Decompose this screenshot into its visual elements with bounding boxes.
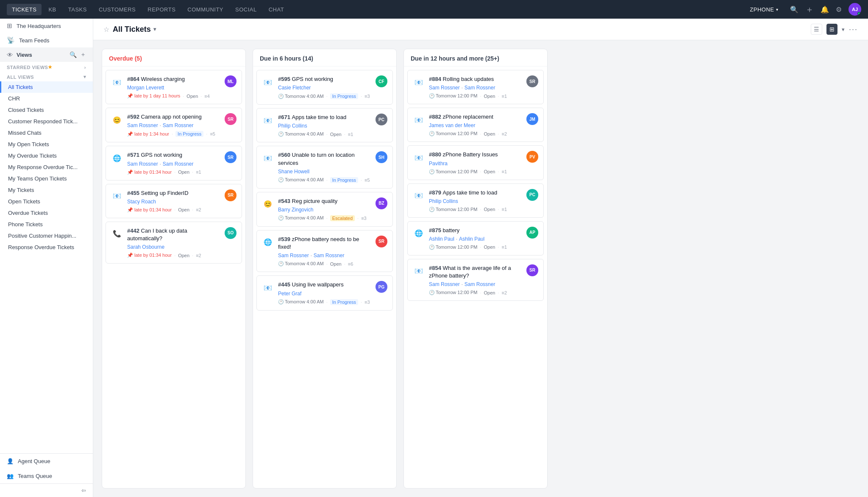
zphone-selector[interactable]: zPhone ▾ xyxy=(745,4,783,15)
column-title-overdue: Overdue (5) xyxy=(109,55,239,62)
nav-item-tasks[interactable]: TASKS xyxy=(63,4,92,15)
ticket-card[interactable]: 📞 #442 Can I back up data automatically?… xyxy=(106,222,242,264)
favorite-star-icon[interactable]: ☆ xyxy=(103,25,109,33)
sidebar-collapse-button[interactable]: ⇦ xyxy=(0,483,93,497)
ticket-info: #879 Apps take time to load Philip Colli… xyxy=(429,189,507,212)
ticket-assignee[interactable]: Sam Rossner xyxy=(429,85,460,91)
ticket-assignee[interactable]: Casie Fletcher xyxy=(278,85,311,91)
search-icon[interactable]: 🔍 xyxy=(790,6,798,14)
ticket-card[interactable]: 😊 #592 Camera app not opening Sam Rossne… xyxy=(106,108,242,142)
column-cards-overdue: 📧 #864 Wireless charging Morgan Leverett… xyxy=(102,67,245,488)
nav-item-customers[interactable]: CUSTOMERS xyxy=(94,4,141,15)
ticket-card[interactable]: 📧 #854 What is the average life of a zPh… xyxy=(407,259,544,301)
ticket-card[interactable]: 📧 #671 Apps take time to load Philip Col… xyxy=(256,108,393,142)
ticket-message-count: ≡5 xyxy=(210,131,215,136)
ticket-card[interactable]: 🌐 #539 zPhone battery needs to be fixed!… xyxy=(256,230,393,272)
sidebar-nav-item-my-tickets[interactable]: My Tickets xyxy=(0,184,93,196)
ticket-assignee[interactable]: Philip Collins xyxy=(429,198,458,204)
nav-item-reports[interactable]: REPORTS xyxy=(142,4,181,15)
view-options-dropdown[interactable]: ▾ xyxy=(842,26,845,33)
ticket-assignee[interactable]: Morgan Leverett xyxy=(127,85,164,91)
add-view-icon[interactable]: ＋ xyxy=(80,51,86,58)
online-indicator xyxy=(857,12,861,15)
ticket-card[interactable]: 📧 #864 Wireless charging Morgan Leverett… xyxy=(106,70,242,104)
chevron-down-icon[interactable]: ▾ xyxy=(83,74,86,80)
ticket-assignee2[interactable]: Sam Rossner xyxy=(314,253,345,258)
ticket-meta: 🕐Tomorrow 4:00 AM · Open · ≡1 xyxy=(278,131,353,137)
sidebar-nav-item-chr[interactable]: CHR xyxy=(0,93,93,104)
ticket-assignee2[interactable]: Ashlin Paul xyxy=(459,236,484,242)
sidebar-nav-item-open[interactable]: Open Tickets xyxy=(0,196,93,207)
ticket-card[interactable]: 📧 #560 Unable to turn on location servic… xyxy=(256,146,393,188)
ticket-assignees: Sam Rossner · Sam Rossner xyxy=(127,161,201,167)
ticket-card-top: 🌐 #571 GPS not working Sam Rossner · Sam… xyxy=(111,151,236,175)
sidebar-nav-item-my-open[interactable]: My Open Tickets xyxy=(0,139,93,150)
ticket-assignee[interactable]: Sam Rossner xyxy=(278,253,309,258)
search-views-icon[interactable]: 🔍 xyxy=(70,51,77,58)
ticket-card[interactable]: 📧 #884 Rolling back updates Sam Rossner … xyxy=(407,70,544,104)
ticket-assignee[interactable]: Barry Zingovich xyxy=(278,207,313,213)
sidebar-nav-item-all-tickets[interactable]: All Tickets xyxy=(0,81,93,93)
page-title-dropdown[interactable]: ▾ xyxy=(153,26,156,32)
ticket-card[interactable]: 📧 #455 Setting up FinderID Stacy Roach 📌… xyxy=(106,184,242,218)
ticket-assignee[interactable]: Sam Rossner xyxy=(429,281,460,287)
ticket-assignee[interactable]: Sam Rossner xyxy=(127,161,158,167)
sidebar-nav-item-my-overdue[interactable]: My Overdue Tickets xyxy=(0,150,93,161)
nav-item-kb[interactable]: KB xyxy=(43,4,61,15)
sidebar-nav-item-positive[interactable]: Positive Customer Happin... xyxy=(0,230,93,242)
ticket-info: #455 Setting up FinderID Stacy Roach 📌 l… xyxy=(127,189,201,213)
sidebar-team-feeds[interactable]: 📡 Team Feeds xyxy=(0,33,93,47)
sidebar-nav-item-phone[interactable]: Phone Tickets xyxy=(0,219,93,230)
nav-item-tickets[interactable]: TICKETS xyxy=(7,4,42,15)
ticket-card-left: 📧 #879 Apps take time to load Philip Col… xyxy=(413,189,507,212)
user-avatar[interactable]: AJ xyxy=(849,3,861,16)
ticket-card[interactable]: 😊 #543 Reg picture quality Barry Zingovi… xyxy=(256,192,393,227)
ticket-card[interactable]: 📧 #880 zPhone Battery Issues Pavithra 🕐T… xyxy=(407,145,544,180)
ticket-assignee[interactable]: James van der Meer xyxy=(429,122,475,128)
sidebar-nav-item-my-teams-open[interactable]: My Teams Open Tickets xyxy=(0,173,93,184)
ticket-assignee[interactable]: Philip Collins xyxy=(278,123,307,129)
nav-item-social[interactable]: SOCIAL xyxy=(230,4,262,15)
ticket-card[interactable]: 🌐 #571 GPS not working Sam Rossner · Sam… xyxy=(106,146,242,180)
ticket-assignee2[interactable]: Sam Rossner xyxy=(465,85,495,91)
ticket-assignee[interactable]: Peter Graf xyxy=(278,291,301,297)
sidebar-nav-item-overdue[interactable]: Overdue Tickets xyxy=(0,207,93,219)
grid-view-button[interactable]: ⊞ xyxy=(826,24,837,35)
ticket-assignee[interactable]: Sam Rossner xyxy=(127,122,158,128)
more-options-button[interactable]: ··· xyxy=(849,25,858,34)
ticket-assignee2[interactable]: Sam Rossner xyxy=(465,281,495,287)
ticket-card[interactable]: 📧 #445 Using live wallpapers Peter Graf … xyxy=(256,275,393,310)
sidebar-nav-item-missed-chats[interactable]: Missed Chats xyxy=(0,127,93,139)
add-icon[interactable]: ＋ xyxy=(805,4,814,15)
ticket-card[interactable]: 📧 #882 zPhone replacement James van der … xyxy=(407,108,544,142)
ticket-assignee[interactable]: Ashlin Paul xyxy=(429,236,454,242)
sidebar-nav-item-my-response-overdue[interactable]: My Response Overdue Tic... xyxy=(0,161,93,173)
chevron-right-icon[interactable]: › xyxy=(84,65,86,70)
list-view-button[interactable]: ☰ xyxy=(811,24,822,35)
agent-queue-item[interactable]: 👤 Agent Queue xyxy=(0,454,93,469)
ticket-assignee[interactable]: Shane Howell xyxy=(278,169,309,175)
sidebar-nav-item-customer-responded[interactable]: Customer Responded Tick... xyxy=(0,116,93,127)
ticket-assignees: Pavithra xyxy=(429,161,507,167)
nav-item-chat[interactable]: CHAT xyxy=(264,4,289,15)
ticket-card[interactable]: 📧 #879 Apps take time to load Philip Col… xyxy=(407,183,544,218)
ticket-assignees: Sam Rossner · Sam Rossner xyxy=(127,122,215,128)
sidebar-workspace[interactable]: ⊞ The Headquarters xyxy=(0,19,93,33)
ticket-assignee2[interactable]: Sam Rossner xyxy=(163,122,194,128)
ticket-assignee2[interactable]: Sam Rossner xyxy=(163,161,194,167)
ticket-due-time: 🕐Tomorrow 12:00 PM xyxy=(429,244,477,250)
ticket-assignee[interactable]: Stacy Roach xyxy=(127,199,156,205)
settings-icon[interactable]: ⚙ xyxy=(836,6,842,14)
notifications-icon[interactable]: 🔔 xyxy=(821,6,829,14)
ticket-assignee[interactable]: Sarah Osbourne xyxy=(127,244,164,250)
ticket-card[interactable]: 📧 #595 GPS not working Casie Fletcher 🕐T… xyxy=(256,70,393,105)
ticket-avatar: PV xyxy=(526,151,538,163)
ticket-type-icon: 📧 xyxy=(413,190,425,202)
ticket-assignee[interactable]: Pavithra xyxy=(429,161,448,167)
nav-item-community[interactable]: COMMUNITY xyxy=(182,4,228,15)
sidebar-nav-item-response-overdue[interactable]: Response Overdue Tickets xyxy=(0,242,93,253)
ticket-card[interactable]: 🌐 #875 battery Ashlin Paul · Ashlin Paul… xyxy=(407,221,544,255)
ticket-title: #875 battery xyxy=(429,227,507,234)
sidebar-nav-item-closed[interactable]: Closed Tickets xyxy=(0,104,93,116)
teams-queue-item[interactable]: 👥 Teams Queue xyxy=(0,469,93,483)
